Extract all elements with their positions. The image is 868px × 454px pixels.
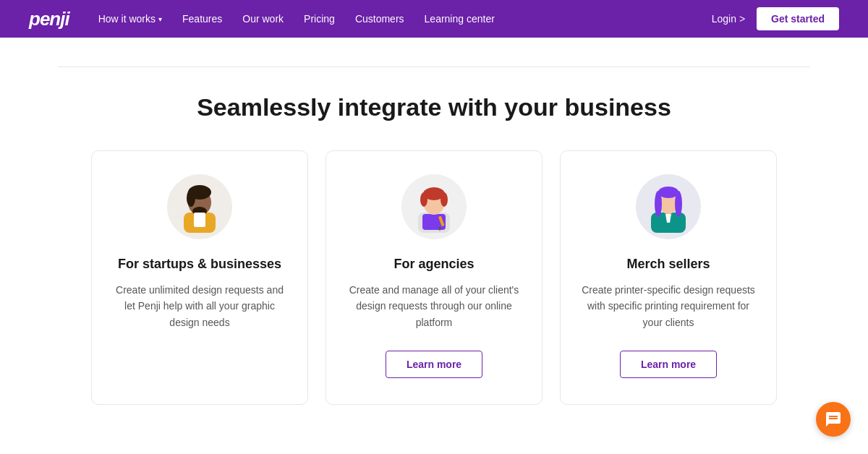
cards-row: For startups & businesses Create unlimit… — [58, 150, 810, 405]
avatar-merch — [636, 174, 701, 239]
card-merch-title: Merch sellers — [626, 257, 710, 272]
card-startups-title: For startups & businesses — [118, 257, 281, 272]
card-startups: For startups & businesses Create unlimit… — [91, 150, 308, 405]
card-startups-desc: Create unlimited design requests and let… — [112, 282, 287, 378]
nav-learning-center[interactable]: Learning center — [425, 13, 495, 25]
nav-how-it-works[interactable]: How it works ▾ — [98, 13, 162, 25]
card-agencies: For agencies Create and manage all of yo… — [326, 150, 542, 405]
divider — [58, 67, 810, 67]
svg-rect-6 — [194, 213, 205, 227]
nav-our-work[interactable]: Our work — [242, 13, 284, 25]
main-content: Seamlessly integrate with your business — [0, 38, 868, 405]
card-agencies-title: For agencies — [393, 257, 474, 272]
nav-features[interactable]: Features — [182, 13, 222, 25]
logo[interactable]: penji — [29, 8, 69, 30]
chevron-down-icon: ▾ — [158, 15, 162, 23]
card-merch-desc: Create printer-specific design requests … — [581, 282, 756, 330]
login-link[interactable]: Login > — [712, 13, 745, 25]
svg-point-11 — [420, 192, 427, 207]
get-started-button[interactable]: Get started — [757, 7, 839, 30]
svg-point-17 — [658, 187, 678, 198]
card-merch: Merch sellers Create printer-specific de… — [560, 150, 777, 405]
card-agencies-desc: Create and manage all of your client's d… — [346, 282, 522, 330]
nav-links: How it works ▾ Features Our work Pricing… — [98, 13, 689, 25]
svg-point-19 — [675, 191, 682, 217]
agencies-learn-more-button[interactable]: Learn more — [386, 351, 482, 378]
merch-learn-more-button[interactable]: Learn more — [620, 351, 717, 378]
avatar-startup — [167, 174, 232, 239]
nav-customers[interactable]: Customers — [355, 13, 404, 25]
navbar: penji How it works ▾ Features Our work P… — [0, 0, 868, 38]
svg-point-4 — [187, 189, 195, 207]
chat-bubble[interactable] — [816, 402, 851, 437]
svg-point-12 — [441, 192, 448, 207]
avatar-agencies — [401, 174, 467, 239]
nav-pricing[interactable]: Pricing — [304, 13, 335, 25]
svg-point-18 — [655, 191, 662, 217]
nav-actions: Login > Get started — [712, 7, 839, 30]
page-heading: Seamlessly integrate with your business — [58, 93, 810, 121]
